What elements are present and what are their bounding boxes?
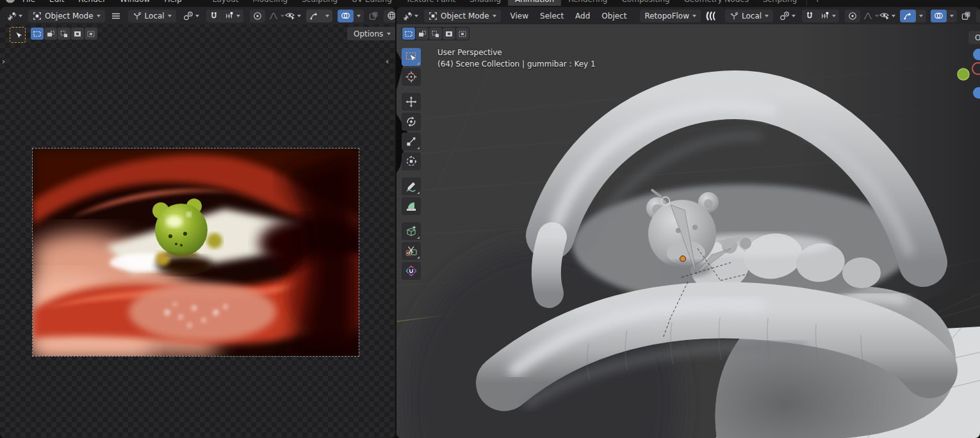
tool-cursor[interactable] — [402, 68, 421, 86]
show-gizmo-visibility-button[interactable] — [284, 11, 301, 20]
tab-rendering[interactable]: Rendering — [561, 0, 614, 6]
tab-modeling[interactable]: Modeling — [246, 0, 295, 6]
snap-settings-button[interactable] — [222, 10, 243, 22]
magnet-icon — [209, 12, 218, 20]
menu-edit[interactable]: Edit — [42, 0, 71, 4]
tool-retopoflow[interactable] — [402, 262, 421, 280]
gizmo-arrow-icon — [309, 11, 319, 20]
tool-options-button[interactable]: Options — [968, 31, 980, 44]
select-mode-set[interactable] — [402, 28, 415, 40]
select-mode-invert[interactable] — [443, 28, 455, 40]
tool-add-cube[interactable] — [402, 222, 421, 240]
shading-wireframe-button[interactable] — [384, 10, 395, 22]
overlays-settings-button[interactable] — [947, 10, 957, 22]
select-mode-intersect[interactable] — [85, 28, 97, 40]
pivot-caret[interactable] — [195, 15, 199, 17]
viewport-canvas[interactable] — [396, 24, 980, 438]
gizmos-toggle-button[interactable] — [306, 10, 322, 22]
proportional-falloff-button[interactable] — [268, 12, 284, 20]
orientation-caret — [168, 15, 172, 17]
editor-type-button[interactable] — [402, 11, 412, 21]
select-intersect-icon — [458, 29, 467, 38]
tab-layout[interactable]: Layout — [206, 0, 246, 6]
shading-wireframe-button[interactable] — [976, 10, 980, 22]
tab-scripting[interactable]: Scripting — [756, 0, 804, 6]
tool-move[interactable] — [402, 93, 421, 111]
tool-measure[interactable] — [402, 197, 421, 215]
mode-select-button[interactable]: Object Mode — [424, 10, 501, 22]
tab-shading[interactable]: Shading — [462, 0, 508, 6]
gizmos-settings-button[interactable] — [916, 10, 926, 22]
tab-compositing[interactable]: Compositing — [614, 0, 676, 6]
overlays-settings-button[interactable] — [354, 10, 364, 22]
snap-toggle-button[interactable] — [802, 10, 817, 22]
gizmos-settings-button[interactable] — [322, 10, 332, 22]
retopoflow-menu-button[interactable]: RetopoFlow — [640, 10, 701, 22]
tab-geometry-nodes[interactable]: Geometry Nodes — [677, 0, 756, 6]
select-mode-invert[interactable] — [71, 28, 84, 40]
select-mode-extend[interactable] — [416, 28, 429, 40]
snap-settings-button[interactable] — [817, 10, 839, 22]
tab-sculpting[interactable]: Sculpting — [295, 0, 345, 6]
menu-render[interactable]: Render — [71, 0, 113, 4]
transform-orientation-button[interactable]: Local — [128, 10, 176, 22]
tool-annotate[interactable] — [402, 177, 421, 195]
proportional-edit-button[interactable] — [250, 10, 265, 22]
editor-type-caret[interactable] — [414, 15, 418, 17]
tool-transform[interactable] — [402, 152, 421, 170]
right-3d-viewport[interactable]: Object Mode View Select Add Object Retop… — [396, 7, 980, 438]
snap-toggle-button[interactable] — [206, 10, 222, 22]
active-tool-button[interactable] — [10, 27, 26, 43]
menu-select[interactable]: Select — [534, 12, 569, 20]
xray-toggle-button[interactable] — [961, 11, 971, 20]
tab-uv-editing[interactable]: UV Editing — [345, 0, 399, 6]
options-caret — [387, 33, 391, 35]
menu-view[interactable]: View — [505, 12, 534, 20]
toolbar-expand-arrow[interactable]: › — [2, 57, 5, 65]
pivot-point-button[interactable] — [183, 11, 193, 21]
orientation-label: Local — [742, 12, 762, 20]
left-3d-viewport[interactable]: Object Mode Local — [0, 7, 395, 438]
right-viewport-header: Object Mode View Select Add Object Retop… — [396, 7, 980, 24]
tab-animation[interactable]: Animation — [508, 0, 561, 6]
retopoflow-icon — [705, 11, 716, 21]
collapsed-menus-button[interactable] — [111, 12, 120, 20]
shading-mode-group — [976, 10, 980, 22]
gizmos-toggle-button[interactable] — [900, 10, 916, 22]
tool-scale[interactable] — [402, 133, 421, 150]
editor-type-button[interactable] — [6, 11, 17, 21]
select-mode-extend[interactable] — [44, 28, 57, 40]
transform-orientation-button[interactable]: Local — [725, 10, 773, 22]
tool-cut[interactable] — [402, 242, 421, 260]
menu-file[interactable]: File — [15, 0, 42, 4]
eye-pointer-icon — [879, 11, 890, 20]
proportional-falloff-button[interactable] — [863, 12, 879, 20]
select-mode-subtract[interactable] — [58, 28, 70, 40]
select-mode-subtract[interactable] — [429, 28, 442, 40]
menu-window[interactable]: Window — [113, 0, 157, 4]
orientation-icon — [730, 12, 739, 20]
tool-rotate[interactable] — [402, 113, 421, 131]
tool-select-box[interactable] — [402, 48, 421, 66]
tool-options-button[interactable]: Options — [347, 27, 395, 40]
add-workspace-button[interactable]: + — [806, 0, 828, 6]
select-mode-set[interactable] — [31, 28, 44, 40]
tab-texture-paint[interactable]: Texture Paint — [399, 0, 462, 6]
overlays-icon — [934, 11, 943, 20]
menu-add[interactable]: Add — [569, 12, 596, 20]
editor-type-caret[interactable] — [19, 15, 22, 17]
pivot-caret[interactable] — [792, 15, 796, 17]
menu-help[interactable]: Help — [157, 0, 188, 4]
snap-caret — [236, 15, 240, 17]
mode-select-button[interactable]: Object Mode — [28, 10, 105, 22]
gizmo-y-axis-ball[interactable] — [958, 69, 969, 80]
xray-toggle-button[interactable] — [369, 11, 379, 20]
menu-object[interactable]: Object — [596, 12, 632, 20]
proportional-edit-button[interactable] — [845, 10, 860, 22]
select-mode-intersect[interactable] — [456, 28, 469, 40]
overlays-toggle-button[interactable] — [931, 10, 947, 22]
sidebar-expand-arrow[interactable]: ‹ — [386, 57, 389, 65]
pivot-point-button[interactable] — [780, 11, 790, 21]
overlays-toggle-button[interactable] — [338, 10, 354, 22]
show-gizmo-visibility-button[interactable] — [879, 11, 895, 20]
